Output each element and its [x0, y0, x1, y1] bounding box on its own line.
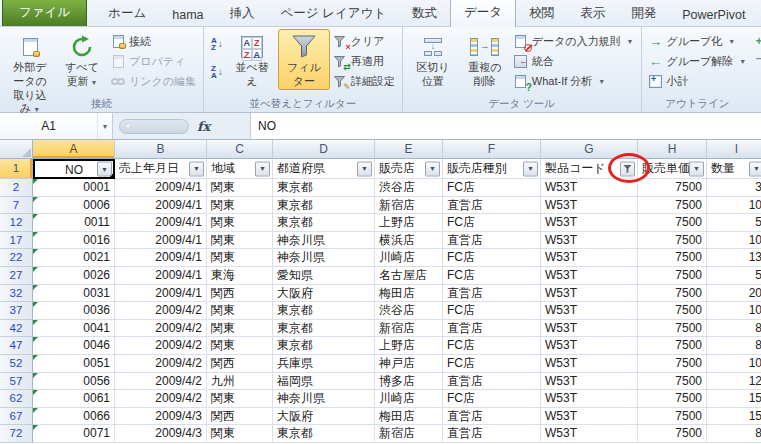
cell[interactable]: 東京都: [273, 179, 375, 197]
cell[interactable]: 2009/4/3: [115, 408, 207, 426]
cell[interactable]: 2009/4/2: [115, 373, 207, 391]
cell[interactable]: 名古屋店: [375, 267, 443, 285]
cell[interactable]: FC店: [443, 302, 541, 320]
cell[interactable]: 7500: [638, 390, 707, 408]
cell[interactable]: 大阪府: [273, 285, 375, 303]
sort-descending-button[interactable]: ZA↓: [208, 63, 226, 80]
tab-review[interactable]: 校閲: [516, 0, 567, 26]
filter-dropdown-prefecture-button[interactable]: ▼: [357, 161, 372, 176]
cell[interactable]: 0011: [33, 214, 115, 232]
cell[interactable]: 関東: [207, 302, 273, 320]
cell[interactable]: 0006: [33, 197, 115, 215]
cell[interactable]: 8: [707, 425, 761, 443]
filter-dropdown-store-button[interactable]: ▼: [425, 161, 440, 176]
row-header-32[interactable]: 32: [0, 285, 33, 303]
cell[interactable]: 8: [707, 337, 761, 355]
cell[interactable]: 関東: [207, 214, 273, 232]
cell[interactable]: 関東: [207, 425, 273, 443]
cell[interactable]: 新宿店: [375, 425, 443, 443]
cell[interactable]: W53T: [541, 390, 638, 408]
tab-developer[interactable]: 開発: [618, 0, 669, 26]
cell[interactable]: 0046: [33, 337, 115, 355]
header-cell-prefecture[interactable]: 都道府県▼: [273, 159, 375, 179]
cell[interactable]: 15: [707, 408, 761, 426]
cell[interactable]: 関西: [207, 355, 273, 373]
cell[interactable]: 13: [707, 249, 761, 267]
cell[interactable]: 渋谷店: [375, 179, 443, 197]
header-cell-quantity[interactable]: 数量▼: [707, 159, 761, 179]
cell[interactable]: 渋谷店: [375, 302, 443, 320]
tab-powerpivot[interactable]: PowerPivot: [669, 3, 758, 26]
cell[interactable]: 東京都: [273, 302, 375, 320]
filter-dropdown-store-type-button[interactable]: ▼: [523, 161, 538, 176]
cell[interactable]: FC店: [443, 267, 541, 285]
row-header-62[interactable]: 62: [0, 390, 33, 408]
cell[interactable]: 神奈川県: [273, 232, 375, 250]
cell[interactable]: 兵庫県: [273, 355, 375, 373]
header-cell-unit-price[interactable]: 販売単価▼: [638, 159, 707, 179]
cell[interactable]: 7500: [638, 373, 707, 391]
cell[interactable]: 2009/4/1: [115, 179, 207, 197]
cell[interactable]: 7500: [638, 197, 707, 215]
header-cell-product-code[interactable]: 製品コード: [541, 159, 638, 179]
cell[interactable]: 2009/4/1: [115, 197, 207, 215]
header-cell-store[interactable]: 販売店▼: [375, 159, 443, 179]
cell[interactable]: 2009/4/1: [115, 267, 207, 285]
cell[interactable]: 直営店: [443, 320, 541, 338]
cell[interactable]: 関東: [207, 390, 273, 408]
column-header-A[interactable]: A: [33, 140, 115, 159]
cell[interactable]: 神奈川県: [273, 390, 375, 408]
tab-data[interactable]: データ: [450, 0, 516, 27]
cell[interactable]: 3: [707, 179, 761, 197]
cell[interactable]: W53T: [541, 285, 638, 303]
sort-button[interactable]: AZZA 並べ替え: [226, 29, 278, 90]
cell[interactable]: 2009/4/1: [115, 249, 207, 267]
cell[interactable]: W53T: [541, 355, 638, 373]
group-button[interactable]: → グループ化 ▼: [646, 33, 750, 50]
cell[interactable]: 関東: [207, 179, 273, 197]
cell[interactable]: FC店: [443, 355, 541, 373]
advanced-filter-button[interactable]: ✎ 詳細設定: [330, 73, 398, 90]
text-to-columns-button[interactable]: ↓ 区切り位置: [407, 29, 459, 90]
cell[interactable]: 15: [707, 390, 761, 408]
clear-filter-button[interactable]: × クリア: [330, 33, 398, 50]
filter-applied-product-code-button[interactable]: [620, 161, 635, 176]
data-validation-button[interactable]: データの入力規則 ▼: [511, 33, 637, 50]
cell[interactable]: 7500: [638, 408, 707, 426]
cell[interactable]: W53T: [541, 232, 638, 250]
remove-duplicates-button[interactable]: → 重複の 削除: [459, 29, 511, 90]
cell[interactable]: 7500: [638, 232, 707, 250]
cell[interactable]: 福岡県: [273, 373, 375, 391]
hide-detail-icon[interactable]: －: [753, 53, 761, 63]
row-header-17[interactable]: 17: [0, 232, 33, 250]
cell[interactable]: 2009/4/3: [115, 425, 207, 443]
cell[interactable]: W53T: [541, 337, 638, 355]
cell[interactable]: 梅田店: [375, 285, 443, 303]
cell[interactable]: 5: [707, 267, 761, 285]
cell[interactable]: W53T: [541, 249, 638, 267]
cell[interactable]: 九州: [207, 373, 273, 391]
column-header-F[interactable]: F: [443, 140, 541, 159]
header-cell-no[interactable]: NO▼: [33, 159, 115, 179]
cell[interactable]: 20: [707, 285, 761, 303]
row-header-37[interactable]: 37: [0, 302, 33, 320]
cell[interactable]: 2009/4/1: [115, 285, 207, 303]
cell[interactable]: W53T: [541, 214, 638, 232]
row-header-27[interactable]: 27: [0, 267, 33, 285]
cell[interactable]: 7500: [638, 320, 707, 338]
cell[interactable]: 関東: [207, 320, 273, 338]
cell[interactable]: 2009/4/1: [115, 232, 207, 250]
row-header-7[interactable]: 7: [0, 197, 33, 215]
cell[interactable]: 10: [707, 197, 761, 215]
cell[interactable]: 上野店: [375, 214, 443, 232]
select-all-corner[interactable]: [0, 140, 33, 159]
reapply-filter-button[interactable]: ⇄ 再適用: [330, 53, 398, 70]
column-header-I[interactable]: I: [707, 140, 761, 159]
row-header-1[interactable]: 1: [0, 159, 33, 179]
cell[interactable]: FC店: [443, 249, 541, 267]
cell[interactable]: 7500: [638, 179, 707, 197]
filter-toggle-button[interactable]: フィルター: [278, 29, 330, 90]
cell[interactable]: 直営店: [443, 425, 541, 443]
cell[interactable]: 直営店: [443, 232, 541, 250]
cell[interactable]: 10: [707, 232, 761, 250]
